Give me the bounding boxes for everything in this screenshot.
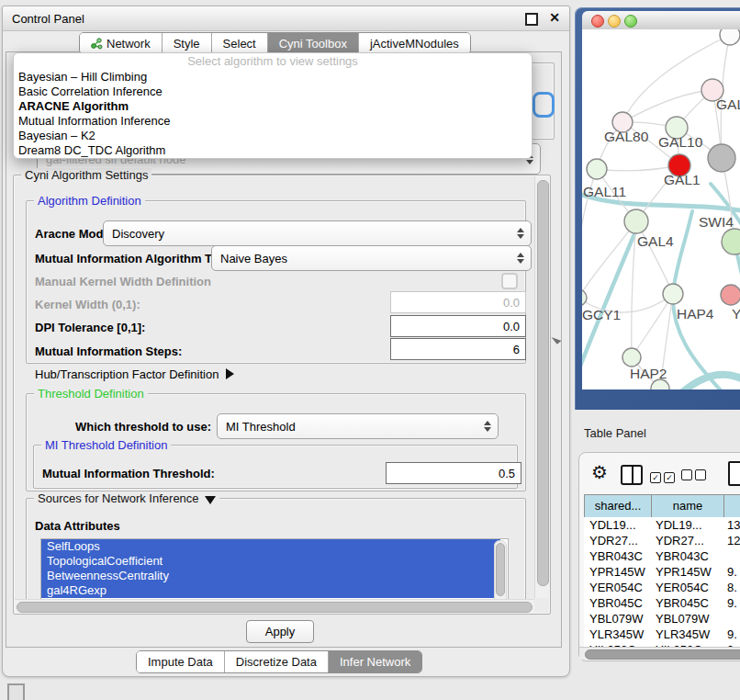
network-window-titlebar[interactable] bbox=[582, 11, 740, 30]
manual-kernel-width-checkbox[interactable] bbox=[501, 273, 518, 289]
popup-prompt: Select algorithm to view settings bbox=[14, 53, 532, 70]
attributes-list-scrollbar[interactable] bbox=[494, 540, 507, 603]
mi-threshold-definition-title: MI Threshold Definition bbox=[41, 438, 171, 452]
settings-vertical-scrollbar[interactable] bbox=[534, 176, 550, 598]
table-row[interactable]: YDL19...YDL19...13 bbox=[584, 517, 740, 533]
dpi-tolerance-label: DPI Tolerance [0,1]: bbox=[35, 321, 145, 334]
dpi-tolerance-field[interactable]: 0.0 bbox=[390, 315, 526, 337]
attribute-list-item[interactable]: TopologicalCoefficient bbox=[41, 554, 500, 569]
table-cell: YPR145W bbox=[650, 564, 722, 580]
mi-threshold-value: 0.5 bbox=[499, 467, 515, 480]
tab-impute-data[interactable]: Impute Data bbox=[137, 651, 224, 672]
float-window-icon[interactable] bbox=[525, 13, 538, 26]
column-header[interactable]: shared... bbox=[584, 494, 652, 518]
close-icon[interactable]: ✕ bbox=[549, 10, 560, 25]
network-node-swi4[interactable] bbox=[722, 229, 740, 254]
table-row[interactable]: YBR043CYBR043C bbox=[584, 548, 740, 564]
tab-network[interactable]: Network bbox=[80, 33, 162, 53]
close-traffic-light-icon[interactable] bbox=[591, 15, 604, 28]
algorithm-combo-focus-button[interactable] bbox=[533, 92, 555, 118]
control-panel-title: Control Panel bbox=[12, 12, 84, 26]
minimized-panel-icon[interactable] bbox=[7, 683, 25, 700]
algorithm-option[interactable]: ARACNE Algorithm bbox=[14, 99, 532, 114]
aracne-mode-combo[interactable]: Discovery bbox=[103, 220, 532, 246]
node-label: HAP4 bbox=[677, 306, 714, 322]
node-label: GAL11 bbox=[583, 184, 626, 199]
table-row[interactable]: YBR045CYBR045C9. bbox=[584, 595, 740, 611]
settings-group-title: Cyni Algorithm Settings bbox=[21, 168, 151, 182]
algorithm-option[interactable]: Mutual Information Inference bbox=[14, 114, 532, 129]
hub-section-toggle[interactable]: Hub/Transcription Factor Definition bbox=[35, 367, 234, 381]
mi-steps-label: Mutual Information Steps: bbox=[35, 344, 182, 358]
node-label: GAL4 bbox=[637, 233, 674, 249]
network-node[interactable] bbox=[708, 144, 735, 172]
table-horizontal-scrollbar[interactable] bbox=[579, 647, 740, 660]
kernel-width-label: Kernel Width (0,1): bbox=[35, 298, 140, 311]
columns-icon[interactable] bbox=[621, 465, 643, 485]
sources-group-title[interactable]: Sources for Network Inference bbox=[34, 491, 219, 505]
tab-select[interactable]: Select bbox=[211, 33, 267, 53]
tab-discretize-data[interactable]: Discretize Data bbox=[224, 651, 328, 672]
mi-algorithm-type-label: Mutual Information Algorithm Type: bbox=[35, 252, 236, 265]
tab-cyni-toolbox[interactable]: Cyni Toolbox bbox=[267, 33, 358, 53]
algorithm-option[interactable]: Bayesian – K2 bbox=[14, 129, 532, 143]
network-node-gal4[interactable] bbox=[624, 209, 648, 233]
table-cell bbox=[722, 548, 740, 564]
which-threshold-combo[interactable]: MI Threshold bbox=[217, 413, 499, 439]
algorithm-dropdown-popup: Select algorithm to view settings Bayesi… bbox=[13, 52, 533, 159]
algorithm-option[interactable]: Dream8 DC_TDC Algorithm bbox=[14, 143, 532, 158]
data-attributes-list[interactable]: SelfLoopsTopologicalCoefficientBetweenne… bbox=[40, 538, 509, 603]
table-row[interactable]: YPR145WYPR145W9. bbox=[584, 564, 740, 580]
apply-button[interactable]: Apply bbox=[246, 620, 314, 643]
column-header[interactable]: name bbox=[652, 494, 724, 518]
network-node-hap4[interactable] bbox=[663, 284, 683, 304]
minimize-traffic-light-icon[interactable] bbox=[608, 15, 621, 28]
network-node[interactable] bbox=[720, 29, 740, 45]
table-cell: YBR045C bbox=[650, 595, 722, 611]
dpi-tolerance-value: 0.0 bbox=[503, 320, 520, 333]
network-edge bbox=[622, 90, 712, 122]
settings-horizontal-scrollbar[interactable] bbox=[15, 599, 534, 613]
algorithm-option[interactable]: Bayesian – Hill Climbing bbox=[14, 70, 532, 85]
combo-arrows-icon bbox=[517, 228, 524, 239]
node-label: GCY1 bbox=[582, 307, 621, 322]
attribute-list-item[interactable]: SelfLoops bbox=[41, 539, 500, 554]
select-all-checkboxes-icon[interactable]: ✓✓ bbox=[650, 469, 678, 483]
tab-label: jActiveMNodules bbox=[370, 37, 459, 51]
algorithm-option[interactable]: Basic Correlation Inference bbox=[14, 85, 532, 99]
mi-steps-field[interactable]: 6 bbox=[390, 338, 526, 360]
table-row[interactable]: YLR345WYLR345W9. bbox=[584, 627, 740, 642]
table-cell: YBL079W bbox=[650, 611, 722, 627]
cyni-bottom-tabbar: Impute DataDiscretize DataInfer Network bbox=[136, 650, 422, 673]
table-row[interactable]: YER054CYER054C8. bbox=[584, 580, 740, 595]
network-view-canvas[interactable]: GAL7GAL80GAL10GAL1GAL11GAL4SWI4HAP4YGCY1… bbox=[582, 29, 740, 390]
table-cell: 8. bbox=[722, 580, 740, 595]
network-edge bbox=[632, 294, 673, 357]
table-row[interactable]: YBL079WYBL079W bbox=[584, 611, 740, 627]
column-header[interactable]: A bbox=[724, 494, 740, 518]
node-label: SWI4 bbox=[699, 214, 734, 230]
node-label: GAL1 bbox=[664, 172, 701, 187]
network-node-y[interactable] bbox=[721, 285, 740, 305]
table-cell: YER054C bbox=[584, 580, 650, 595]
tab-jactivemnodules[interactable]: jActiveMNodules bbox=[358, 33, 470, 53]
screen: { "colors": { "selection_blue": "#3b63cb… bbox=[0, 0, 740, 700]
mi-algorithm-type-combo[interactable]: Naive Bayes bbox=[211, 245, 532, 271]
gear-icon[interactable]: ⚙ bbox=[591, 461, 608, 483]
tab-style[interactable]: Style bbox=[162, 33, 211, 53]
attribute-list-item[interactable]: gal4RGexp bbox=[41, 583, 500, 598]
kernel-width-field[interactable]: 0.0 bbox=[390, 291, 526, 313]
threshold-definition-title: Threshold Definition bbox=[34, 387, 148, 401]
document-icon[interactable] bbox=[728, 461, 740, 486]
table-row[interactable]: YDR27...YDR27...12 bbox=[584, 533, 740, 548]
mi-threshold-field[interactable]: 0.5 bbox=[386, 462, 521, 484]
network-node-gcy1[interactable] bbox=[582, 289, 587, 306]
network-node-hap2[interactable] bbox=[622, 348, 641, 367]
network-node-gal11[interactable] bbox=[587, 159, 607, 179]
table-cell: 13 bbox=[722, 517, 740, 533]
attribute-list-item[interactable]: BetweennessCentrality bbox=[41, 569, 500, 583]
tab-infer-network[interactable]: Infer Network bbox=[328, 651, 421, 672]
deselect-all-checkboxes-icon[interactable] bbox=[681, 469, 709, 483]
which-threshold-label: Which threshold to use: bbox=[75, 420, 211, 434]
maximize-traffic-light-icon[interactable] bbox=[624, 15, 637, 28]
